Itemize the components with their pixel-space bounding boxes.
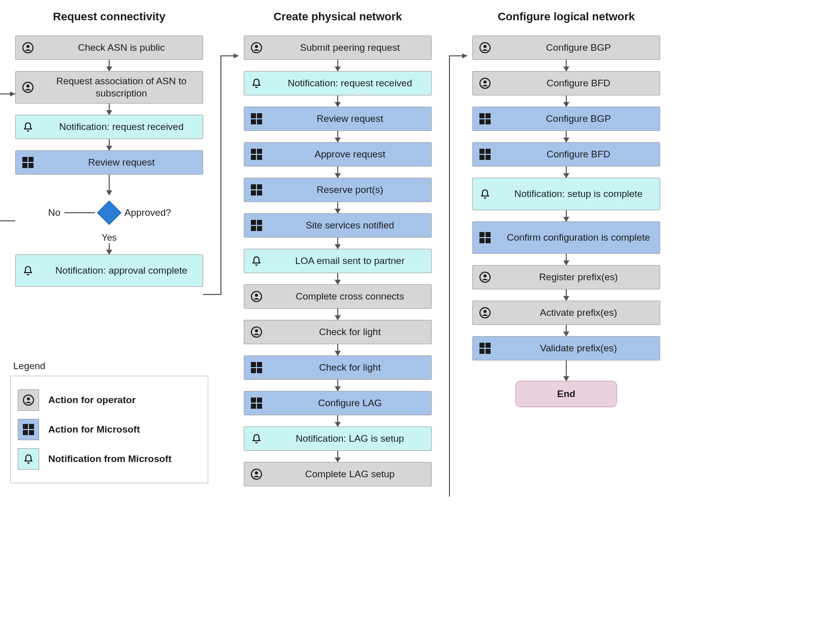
step-configure-bgp-microsoft: Configure BGP <box>472 107 660 131</box>
decision-yes-label: Yes <box>102 233 116 243</box>
step-label: Configure BGP <box>497 40 660 56</box>
step-label: Approve request <box>269 146 431 162</box>
bell-icon <box>16 265 40 276</box>
arrow-down-icon <box>566 95 567 107</box>
microsoft-icon <box>473 232 497 243</box>
step-label: Configure BFD <box>497 75 660 91</box>
step-label: Notification: approval complete <box>40 262 203 279</box>
connector-col1-to-col2 <box>203 51 239 300</box>
step-configure-bgp-operator: Configure BGP <box>472 36 660 60</box>
column-configure-logical-network: Configure logical network Configure BGP … <box>467 10 665 407</box>
line-icon <box>64 212 95 213</box>
step-notification-request-received: Notification: request received <box>244 71 432 95</box>
step-label: Notification: request received <box>40 119 203 135</box>
arrow-down-icon <box>109 139 110 150</box>
microsoft-icon <box>473 113 497 124</box>
arrow-down-icon <box>337 167 338 178</box>
arrow-down-icon <box>566 325 567 336</box>
legend-row-notification: Notification from Microsoft <box>18 448 201 470</box>
arrow-down-icon <box>337 60 338 71</box>
step-configure-bfd-microsoft: Configure BFD <box>472 142 660 167</box>
step-configure-lag: Configure LAG <box>244 391 432 415</box>
end-terminator: End <box>515 381 617 407</box>
legend-swatch <box>18 389 39 411</box>
step-complete-lag-setup: Complete LAG setup <box>244 462 432 486</box>
bell-icon <box>244 433 269 444</box>
column-title: Create physical network <box>273 10 402 23</box>
step-check-light-microsoft: Check for light <box>244 355 432 380</box>
decision-approved: No Approved? <box>15 195 203 231</box>
person-icon <box>244 469 269 480</box>
step-complete-cross-connects: Complete cross connects <box>244 284 432 309</box>
step-label: Site services notified <box>269 217 431 234</box>
step-notification-request-received: Notification: request received <box>15 115 203 139</box>
step-register-prefixes: Register prefix(es) <box>472 265 660 289</box>
legend-swatch <box>18 448 39 470</box>
person-icon <box>23 394 34 406</box>
legend-label: Notification from Microsoft <box>48 453 172 465</box>
decision-no-branch: No <box>48 207 95 218</box>
column-create-physical-network: Create physical network Submit peering r… <box>239 10 437 486</box>
step-label: LOA email sent to partner <box>269 253 431 269</box>
microsoft-icon <box>244 113 269 124</box>
end-label: End <box>557 388 575 400</box>
arrow-down-icon <box>566 210 567 221</box>
person-icon <box>473 272 497 283</box>
diamond-icon <box>97 201 121 225</box>
legend-swatch <box>18 419 39 440</box>
arrow-down-icon <box>337 344 338 355</box>
microsoft-icon <box>244 398 269 409</box>
loop-back-connector <box>0 89 16 231</box>
legend-label: Action for operator <box>48 394 136 406</box>
column-request-connectivity: Request connectivity Check ASN is public… <box>10 10 208 287</box>
arrow-down-icon <box>337 451 338 462</box>
step-check-asn-public: Check ASN is public <box>15 36 203 60</box>
bell-icon <box>244 255 269 267</box>
step-loa-email: LOA email sent to partner <box>244 249 432 273</box>
step-site-services-notified: Site services notified <box>244 213 432 238</box>
step-label: Configure BGP <box>497 111 660 127</box>
microsoft-icon <box>473 343 497 354</box>
step-label: Notification: LAG is setup <box>269 431 431 447</box>
step-label: Complete LAG setup <box>269 466 431 482</box>
legend-body: Action for operator Action for Microsoft… <box>10 376 208 483</box>
legend-label: Action for Microsoft <box>48 424 140 435</box>
step-label: Review request <box>269 111 431 127</box>
step-label: Notification: request received <box>269 75 431 91</box>
step-validate-prefixes: Validate prefix(es) <box>472 336 660 360</box>
step-label: Check for light <box>269 324 431 340</box>
microsoft-icon <box>244 184 269 195</box>
person-icon <box>473 78 497 89</box>
bell-icon <box>473 188 497 200</box>
step-label: Validate prefix(es) <box>497 340 660 356</box>
step-activate-prefixes: Activate prefix(es) <box>472 301 660 325</box>
microsoft-icon <box>244 362 269 373</box>
decision-no-label: No <box>48 207 60 218</box>
step-notification-setup-complete: Notification: setup is complete <box>472 178 660 210</box>
step-request-asn-association: Request association of ASN to subscripti… <box>15 71 203 104</box>
legend-row-operator: Action for operator <box>18 389 201 411</box>
arrow-down-icon <box>566 131 567 142</box>
arrow-down-icon <box>566 167 567 178</box>
microsoft-icon <box>23 424 34 435</box>
person-icon <box>244 326 269 338</box>
step-review-request: Review request <box>244 107 432 131</box>
legend-row-microsoft: Action for Microsoft <box>18 419 201 440</box>
step-reserve-ports: Reserve port(s) <box>244 178 432 202</box>
microsoft-icon <box>473 149 497 160</box>
step-approve-request: Approve request <box>244 142 432 167</box>
microsoft-icon <box>16 157 40 168</box>
person-icon <box>473 307 497 318</box>
step-confirm-configuration-complete: Confirm configuration is complete <box>472 221 660 254</box>
bell-icon <box>16 121 40 133</box>
arrow-down-icon <box>109 104 110 115</box>
step-label: Check for light <box>269 359 431 376</box>
step-label: Review request <box>40 154 203 171</box>
step-review-request: Review request <box>15 150 203 175</box>
arrow-down-icon <box>109 243 110 254</box>
arrow-down-icon <box>337 380 338 391</box>
step-label: Request association of ASN to subscripti… <box>40 73 203 102</box>
decision-question: Approved? <box>124 207 171 218</box>
step-label: Configure LAG <box>269 395 431 411</box>
step-label: Complete cross connects <box>269 288 431 305</box>
